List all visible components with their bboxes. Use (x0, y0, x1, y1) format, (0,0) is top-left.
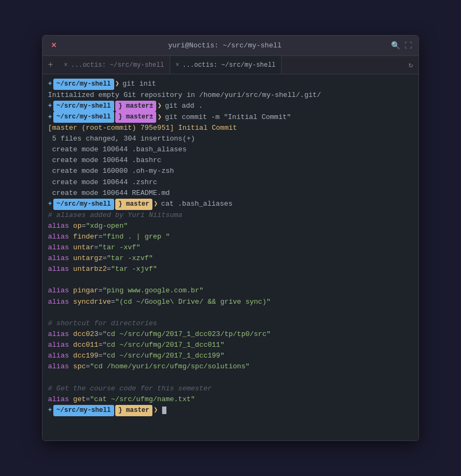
history-button[interactable]: ↻ (403, 60, 418, 69)
alias-get-text: alias get="cat ~/src/ufmg/name.txt" (48, 394, 195, 405)
alias-syncdrive: alias syncdrive="(cd ~/Google\ Drive/ &&… (48, 297, 413, 307)
output-files: 5 files changed, 304 insertions(+) (48, 134, 413, 144)
output-bashaliases: create mode 100644 .bash_aliases (48, 144, 413, 155)
prompt-arrow-1: ❯ (115, 79, 120, 89)
prompt-plus-1: + (48, 79, 52, 89)
tab-1[interactable]: × ...octis: ~/src/my-shell (59, 56, 170, 74)
prompt-path-2: ~/src/my-shell (53, 101, 114, 112)
commit-output-1: [master (root-commit) 795e951] Initial C… (48, 123, 237, 134)
prompt-arrow-4: ❯ (153, 199, 158, 209)
prompt-plus-3: + (48, 112, 52, 123)
alias-untarbz2: alias untarbz2="tar -xjvf" (48, 264, 413, 275)
prompt-branch-4: } master (115, 199, 153, 210)
cmd-line-2: + ~/src/my-shell } master± ❯ git add . (48, 101, 413, 112)
alias-syncdrive-text: alias syncdrive="(cd ~/Google\ Drive/ &&… (48, 297, 271, 307)
alias-dcc011: alias dcc011="cd ~/src/ufmg/2017_1_dcc01… (48, 340, 413, 351)
alias-spc-text: alias spc="cd /home/yuri/src/ufmg/spc/so… (48, 361, 250, 372)
titlebar-icons: 🔍 ⛶ (391, 41, 412, 50)
window-title: yuri@Noctis: ~/src/my-shell (59, 41, 391, 50)
cmd-line-3: + ~/src/my-shell } master± ❯ git commit … (48, 111, 413, 123)
alias-untar-text: alias untar="tar -xvf" (48, 242, 141, 253)
tab-2-label: ...octis: ~/src/my-shell (183, 61, 276, 69)
prompt-path-5: ~/src/my-shell (53, 405, 114, 416)
alias-spc: alias spc="cd /home/yuri/src/ufmg/spc/so… (48, 361, 413, 372)
output-readme: create mode 100644 README.md (48, 188, 413, 199)
prompt-arrow-3: ❯ (157, 112, 162, 123)
output-text-readme: create mode 100644 README.md (48, 188, 170, 199)
blank-3 (48, 373, 413, 383)
search-icon[interactable]: 🔍 (391, 41, 400, 50)
blank-text-1 (48, 275, 52, 285)
blank-2 (48, 307, 413, 318)
output-text-1: Initialized empty Git repository in /hom… (48, 90, 321, 101)
output-text-bashaliases: create mode 100644 .bash_aliases (48, 144, 186, 155)
new-tab-button[interactable]: + (43, 56, 59, 74)
prompt-branch-3: } master± (115, 111, 157, 123)
alias-finder-text: alias finder="find . | grep " (48, 232, 170, 242)
comment-get-text: # Get the course code for this semester (48, 383, 212, 394)
prompt-plus-2: + (48, 101, 52, 111)
output-bashrc: create mode 100644 .bashrc (48, 155, 413, 166)
alias-dcc011-text: alias dcc011="cd ~/src/ufmg/2017_1_dcc01… (48, 340, 225, 351)
alias-untar: alias untar="tar -xvf" (48, 242, 413, 253)
blank-text-3 (48, 373, 52, 383)
alias-untargz-text: alias untargz="tar -xzvf" (48, 253, 153, 264)
titlebar: × yuri@Noctis: ~/src/my-shell 🔍 ⛶ (43, 36, 418, 56)
prompt-path-1: ~/src/my-shell (53, 79, 114, 90)
cmd-line-5: + ~/src/my-shell } master ❯ (48, 405, 413, 416)
terminal-cursor (162, 407, 166, 414)
output-commit: [master (root-commit) 795e951] Initial C… (48, 123, 413, 134)
comment-dirs: # shortcut for directories (48, 318, 413, 329)
tab-2-close[interactable]: × (176, 61, 179, 69)
cmd-line-1: + ~/src/my-shell ❯ git init (48, 79, 413, 90)
prompt-plus-5: + (48, 405, 52, 416)
cmd-3: git commit -m "Initial Commit" (165, 112, 291, 123)
terminal-content[interactable]: + ~/src/my-shell ❯ git init Initialized … (43, 74, 418, 440)
alias-pingar: alias pingar="ping www.google.com.br" (48, 285, 413, 296)
alias-dcc023-text: alias dcc023="cd ~/src/ufmg/2017_1_dcc02… (48, 329, 271, 340)
alias-dcc023: alias dcc023="cd ~/src/ufmg/2017_1_dcc02… (48, 329, 413, 340)
alias-untargz: alias untargz="tar -xzvf" (48, 253, 413, 264)
alias-dcc199: alias dcc199="cd ~/src/ufmg/2017_1_dcc19… (48, 351, 413, 361)
output-text-files: 5 files changed, 304 insertions(+) (48, 134, 195, 144)
tab-1-label: ...octis: ~/src/my-shell (71, 61, 164, 69)
tabs-bar: + × ...octis: ~/src/my-shell × ...octis:… (43, 56, 418, 74)
alias-op-text: alias op="xdg-open" (48, 221, 128, 232)
prompt-branch-5: } master (115, 405, 153, 416)
prompt-plus-4: + (48, 199, 52, 209)
output-text-bashrc: create mode 100644 .bashrc (48, 155, 162, 166)
cmd-4: cat .bash_aliases (161, 199, 233, 209)
output-zshrc: create mode 100644 .zshrc (48, 177, 413, 188)
tab-2[interactable]: × ...octis: ~/src/my-shell (170, 56, 282, 74)
alias-get: alias get="cat ~/src/ufmg/name.txt" (48, 394, 413, 405)
alias-pingar-text: alias pingar="ping www.google.com.br" (48, 285, 204, 296)
prompt-path-4: ~/src/my-shell (53, 199, 114, 210)
comment-dirs-text: # shortcut for directories (48, 318, 157, 329)
alias-untarbz2-text: alias untarbz2="tar -xjvf" (48, 264, 157, 275)
terminal-window: × yuri@Noctis: ~/src/my-shell 🔍 ⛶ + × ..… (42, 35, 419, 441)
prompt-path-3: ~/src/my-shell (53, 111, 114, 123)
prompt-arrow-2: ❯ (157, 101, 162, 111)
prompt-branch-2: } master± (115, 101, 157, 112)
alias-finder: alias finder="find . | grep " (48, 232, 413, 242)
maximize-icon[interactable]: ⛶ (404, 41, 412, 50)
blank-text-2 (48, 307, 52, 318)
blank-1 (48, 275, 413, 285)
output-ohmyzsh: create mode 160000 .oh-my-zsh (48, 166, 413, 177)
aliases-comment-text-1: # aliases added by Yuri Niitsuma (48, 210, 183, 221)
close-button[interactable]: × (49, 41, 59, 51)
comment-get: # Get the course code for this semester (48, 383, 413, 394)
tab-1-close[interactable]: × (64, 61, 68, 69)
prompt-arrow-5: ❯ (153, 405, 158, 416)
cmd-1: git init (122, 79, 156, 89)
alias-op: alias op="xdg-open" (48, 221, 413, 232)
cmd-line-4: + ~/src/my-shell } master ❯ cat .bash_al… (48, 199, 413, 210)
aliases-comment-1: # aliases added by Yuri Niitsuma (48, 210, 413, 221)
output-1: Initialized empty Git repository in /hom… (48, 90, 413, 101)
alias-dcc199-text: alias dcc199="cd ~/src/ufmg/2017_1_dcc19… (48, 351, 225, 361)
cmd-2: git add . (165, 101, 202, 111)
output-text-ohmyzsh: create mode 160000 .oh-my-zsh (48, 166, 174, 177)
output-text-zshrc: create mode 100644 .zshrc (48, 177, 157, 188)
